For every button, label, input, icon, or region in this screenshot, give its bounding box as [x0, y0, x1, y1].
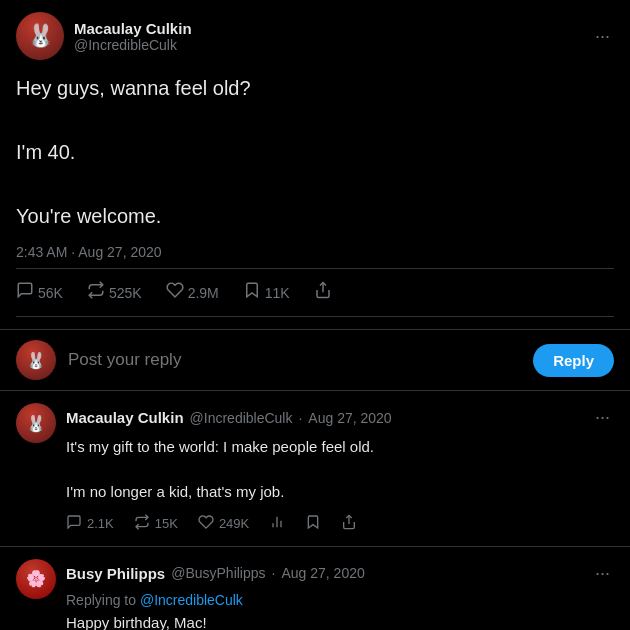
reply-1-line-2: I'm no longer a kid, that's my job.	[66, 459, 614, 504]
bookmark-count-label: 11K	[265, 285, 290, 301]
reply-1-bookmark-icon	[305, 514, 321, 534]
bookmark-icon	[243, 281, 261, 304]
reply-2-name: Busy Philipps	[66, 565, 165, 582]
like-count[interactable]: 2.9M	[166, 281, 219, 304]
reply-1-more-options[interactable]: ···	[591, 403, 614, 432]
reply-1-analytics[interactable]	[269, 514, 285, 534]
like-count-label: 2.9M	[188, 285, 219, 301]
like-icon	[166, 281, 184, 304]
reply-2-date: Aug 27, 2020	[281, 565, 364, 581]
reply-1-header: Macaulay Culkin @IncredibleCulk · Aug 27…	[66, 403, 614, 432]
reply-1-share[interactable]	[341, 514, 357, 534]
reply-icon	[16, 281, 34, 304]
tweet-line-2: I'm 40.	[16, 104, 614, 168]
reply-1-share-icon	[341, 514, 357, 534]
reply-1-header-left: Macaulay Culkin @IncredibleCulk · Aug 27…	[66, 409, 392, 426]
tweet-line-3: You're welcome.	[16, 168, 614, 232]
reply-count[interactable]: 56K	[16, 281, 63, 304]
reply-2-avatar-emoji: 🌸	[26, 569, 46, 588]
retweet-count[interactable]: 525K	[87, 281, 142, 304]
reply-1-like-count: 249K	[219, 516, 249, 531]
reply-2-more-options[interactable]: ···	[591, 559, 614, 588]
tweet-header-left: 🐰 Macaulay Culkin @IncredibleCulk	[16, 12, 192, 60]
tweet-body: Hey guys, wanna feel old? I'm 40. You're…	[16, 72, 614, 232]
reply-1-reply-count: 2.1K	[87, 516, 114, 531]
reply-box: 🐰 Reply	[0, 330, 630, 391]
retweet-icon	[87, 281, 105, 304]
tweet-timestamp: 2:43 AM · Aug 27, 2020	[16, 244, 614, 260]
reply-1-retweet-icon	[134, 514, 150, 534]
reply-1-content: Macaulay Culkin @IncredibleCulk · Aug 27…	[66, 403, 614, 534]
avatar-emoji: 🐰	[27, 23, 54, 49]
main-tweet: 🐰 Macaulay Culkin @IncredibleCulk ··· He…	[0, 0, 630, 330]
user-name: Macaulay Culkin	[74, 20, 192, 37]
reply-1-reply-icon	[66, 514, 82, 534]
reply-1-name: Macaulay Culkin	[66, 409, 184, 426]
reply-1-actions: 2.1K 15K 249K	[66, 514, 614, 534]
reply-1-handle: @IncredibleCulk	[190, 410, 293, 426]
reply-1-line-1: It's my gift to the world: I make people…	[66, 436, 614, 459]
tweet-stats: 56K 525K 2.9M 11K	[16, 268, 614, 317]
share-button[interactable]	[314, 281, 332, 304]
current-user-avatar-emoji: 🐰	[26, 351, 46, 370]
reply-tweet-2: 🌸 Busy Philipps @BusyPhilipps · Aug 27, …	[0, 547, 630, 631]
reply-2-body: Happy birthday, Mac!	[66, 612, 614, 631]
reply-2-header-left: Busy Philipps @BusyPhilipps · Aug 27, 20…	[66, 565, 365, 582]
reply-2-handle: @BusyPhilipps	[171, 565, 265, 581]
tweet-header: 🐰 Macaulay Culkin @IncredibleCulk ···	[16, 12, 614, 60]
reply-1-avatar-emoji: 🐰	[26, 414, 46, 433]
reply-1-avatar: 🐰	[16, 403, 56, 443]
reply-1-reply[interactable]: 2.1K	[66, 514, 114, 534]
tweet-line-1: Hey guys, wanna feel old?	[16, 72, 614, 104]
user-handle: @IncredibleCulk	[74, 37, 192, 53]
reply-1-like[interactable]: 249K	[198, 514, 249, 534]
bookmark-count[interactable]: 11K	[243, 281, 290, 304]
share-icon	[314, 281, 332, 304]
reply-2-content: Busy Philipps @BusyPhilipps · Aug 27, 20…	[66, 559, 614, 631]
reply-1-retweet-count: 15K	[155, 516, 178, 531]
reply-2-avatar: 🌸	[16, 559, 56, 599]
reply-1-date: Aug 27, 2020	[308, 410, 391, 426]
user-info: Macaulay Culkin @IncredibleCulk	[74, 20, 192, 53]
reply-2-line-1: Happy birthday, Mac!	[66, 612, 614, 631]
reply-1-dot: ·	[298, 410, 302, 426]
current-user-avatar: 🐰	[16, 340, 56, 380]
reply-1-retweet[interactable]: 15K	[134, 514, 178, 534]
reply-1-bookmark[interactable]	[305, 514, 321, 534]
more-options-button[interactable]: ···	[591, 22, 614, 51]
reply-1-body: It's my gift to the world: I make people…	[66, 436, 614, 504]
reply-input[interactable]	[68, 350, 521, 370]
reply-count-label: 56K	[38, 285, 63, 301]
reply-2-header: Busy Philipps @BusyPhilipps · Aug 27, 20…	[66, 559, 614, 588]
reply-1-analytics-icon	[269, 514, 285, 534]
replying-to-link[interactable]: @IncredibleCulk	[140, 592, 243, 608]
avatar: 🐰	[16, 12, 64, 60]
reply-1-like-icon	[198, 514, 214, 534]
retweet-count-label: 525K	[109, 285, 142, 301]
reply-2-replying-to: Replying to @IncredibleCulk	[66, 592, 614, 608]
reply-button[interactable]: Reply	[533, 344, 614, 377]
reply-tweet-1: 🐰 Macaulay Culkin @IncredibleCulk · Aug …	[0, 391, 630, 547]
reply-2-dot: ·	[272, 565, 276, 581]
